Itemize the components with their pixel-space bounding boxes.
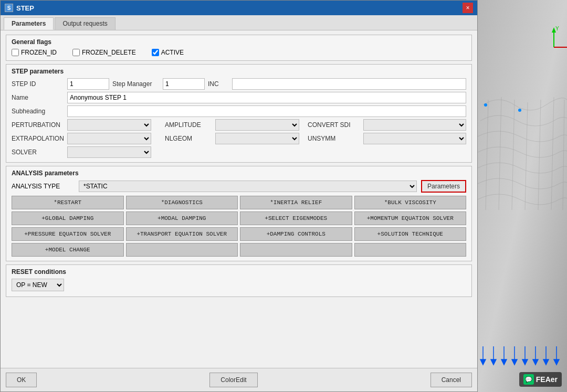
- analysis-buttons-grid: *RESTART *DIAGNOSTICS *INERTIA RELIEF *B…: [12, 196, 466, 257]
- analysis-type-row: ANALYSIS TYPE *STATIC *DYNAMIC *FREQUENC…: [12, 180, 466, 193]
- solution-technique-button[interactable]: +SOLUTION TECHNIQUE: [354, 227, 467, 241]
- reset-select-row: OP = NEW OP = MOD: [12, 279, 466, 291]
- global-damping-button[interactable]: +GLOBAL DAMPING: [12, 211, 124, 225]
- analysis-type-label: ANALYSIS TYPE: [12, 183, 75, 190]
- parameters-button[interactable]: Parameters: [421, 180, 466, 193]
- restart-button[interactable]: *RESTART: [12, 196, 124, 209]
- extrapolation-label: EXTRAPOLATION: [12, 135, 64, 142]
- step-id-row: STEP ID Step Manager INC: [12, 78, 466, 90]
- svg-point-31: [518, 109, 521, 112]
- dialog-content: General flags FROZEN_ID FROZEN_DELETE AC…: [1, 30, 477, 368]
- dialog-title-left: S STEP: [5, 4, 34, 12]
- momentum-equation-solver-button[interactable]: +MOMENTUM EQUATION SOLVER: [354, 211, 467, 225]
- dialog-footer: OK ColorEdit Cancel: [1, 368, 477, 391]
- step-manager-input[interactable]: [163, 78, 205, 90]
- step-dialog: S STEP × Parameters Output requests Gene…: [0, 0, 478, 392]
- svg-rect-0: [478, 0, 567, 392]
- bulk-viscosity-button[interactable]: *BULK VISCOSITY: [354, 196, 467, 209]
- solver-row: SOLVER: [12, 146, 466, 158]
- modal-damping-button[interactable]: +MODAL DAMPING: [126, 211, 238, 225]
- amplitude-select[interactable]: [215, 119, 299, 131]
- subheading-input[interactable]: [67, 105, 466, 117]
- tab-output-requests[interactable]: Output requests: [55, 17, 115, 30]
- extrapolation-select[interactable]: [67, 133, 151, 144]
- color-edit-button[interactable]: ColorEdit: [209, 373, 257, 387]
- perturbation-label: PERTURBATION: [12, 121, 64, 129]
- flag-active: ACTIVE: [152, 49, 184, 56]
- app-icon: S: [5, 4, 13, 12]
- name-input[interactable]: [67, 92, 466, 103]
- diagnostics-button[interactable]: *DIAGNOSTICS: [126, 196, 238, 209]
- unsymm-label: UNSYMM: [308, 135, 360, 142]
- inc-input[interactable]: [232, 78, 466, 90]
- solver-label: SOLVER: [12, 149, 64, 156]
- svg-point-30: [484, 103, 487, 107]
- solver-select[interactable]: [67, 146, 151, 158]
- tab-bar: Parameters Output requests: [1, 15, 477, 30]
- flag-frozen-id: FROZEN_ID: [12, 49, 57, 56]
- active-checkbox[interactable]: [152, 49, 159, 56]
- flags-row: FROZEN_ID FROZEN_DELETE ACTIVE: [12, 49, 466, 56]
- watermark-text: FEAer: [536, 375, 558, 384]
- perturbation-select[interactable]: [67, 119, 151, 131]
- op-select[interactable]: OP = NEW OP = MOD: [12, 279, 64, 291]
- perturbation-row: PERTURBATION AMPLITUDE CONVERT SDI: [12, 119, 466, 131]
- empty-btn-1: [126, 243, 238, 257]
- cancel-button[interactable]: Cancel: [430, 373, 472, 387]
- ok-button[interactable]: OK: [6, 373, 37, 387]
- general-flags-section: General flags FROZEN_ID FROZEN_DELETE AC…: [6, 35, 472, 61]
- step-id-input[interactable]: [67, 78, 109, 90]
- subheading-label: Subheading: [12, 108, 64, 115]
- step-parameters-title: STEP parameters: [12, 68, 466, 75]
- analysis-parameters-title: ANALYSIS parameters: [12, 169, 466, 177]
- wechat-icon: 💬: [523, 374, 534, 385]
- dialog-titlebar: S STEP ×: [1, 1, 477, 15]
- step-manager-label: Step Manager: [112, 80, 160, 88]
- frozen-delete-checkbox[interactable]: [72, 49, 80, 56]
- analysis-parameters-section: ANALYSIS parameters ANALYSIS TYPE *STATI…: [6, 166, 472, 261]
- analysis-type-select[interactable]: *STATIC *DYNAMIC *FREQUENCY: [79, 181, 417, 192]
- watermark: 💬 FEAer: [519, 372, 562, 387]
- dialog-title: STEP: [16, 4, 34, 12]
- flag-frozen-delete: FROZEN_DELETE: [72, 49, 136, 56]
- damping-controls-button[interactable]: +DAMPING CONTROLS: [240, 227, 352, 241]
- nlgeom-label: NLGEOM: [165, 135, 212, 142]
- model-change-button[interactable]: +MODEL CHANGE: [12, 243, 124, 257]
- step-parameters-section: STEP parameters STEP ID Step Manager INC…: [6, 64, 472, 163]
- name-label: Name: [12, 94, 64, 101]
- step-id-label: STEP ID: [12, 80, 64, 88]
- transport-equation-solver-button[interactable]: +TRANSPORT EQUATION SOLVER: [126, 227, 238, 241]
- empty-btn-2: [240, 243, 352, 257]
- convert-sdi-label: CONVERT SDI: [308, 121, 360, 129]
- active-label: ACTIVE: [161, 49, 184, 56]
- general-flags-title: General flags: [12, 38, 466, 46]
- frozen-id-label: FROZEN_ID: [21, 49, 57, 56]
- name-row: Name: [12, 92, 466, 103]
- inertia-relief-button[interactable]: *INERTIA RELIEF: [240, 196, 352, 209]
- extrapolation-row: EXTRAPOLATION NLGEOM UNSYMM: [12, 133, 466, 144]
- unsymm-select[interactable]: [363, 133, 466, 144]
- frozen-id-checkbox[interactable]: [12, 49, 19, 56]
- empty-btn-3: [354, 243, 467, 257]
- amplitude-label: AMPLITUDE: [165, 121, 212, 129]
- subheading-row: Subheading: [12, 105, 466, 117]
- select-eigenmodes-button[interactable]: +SELECT EIGENMODES: [240, 211, 352, 225]
- nlgeom-select[interactable]: [215, 133, 299, 144]
- tab-parameters[interactable]: Parameters: [4, 17, 54, 30]
- svg-text:Y: Y: [555, 26, 559, 31]
- reset-conditions-section: RESET conditions OP = NEW OP = MOD: [6, 264, 472, 297]
- close-button[interactable]: ×: [463, 3, 473, 13]
- reset-conditions-title: RESET conditions: [12, 268, 466, 276]
- frozen-delete-label: FROZEN_DELETE: [82, 49, 136, 56]
- inc-label: INC: [208, 80, 229, 88]
- viewport: Y X 💬 FEAer: [478, 0, 567, 392]
- pressure-equation-solver-button[interactable]: +PRESSURE EQUATION SOLVER: [12, 227, 124, 241]
- convert-sdi-select[interactable]: [363, 119, 466, 131]
- step-params-grid: STEP ID Step Manager INC Name Subheading: [12, 78, 466, 158]
